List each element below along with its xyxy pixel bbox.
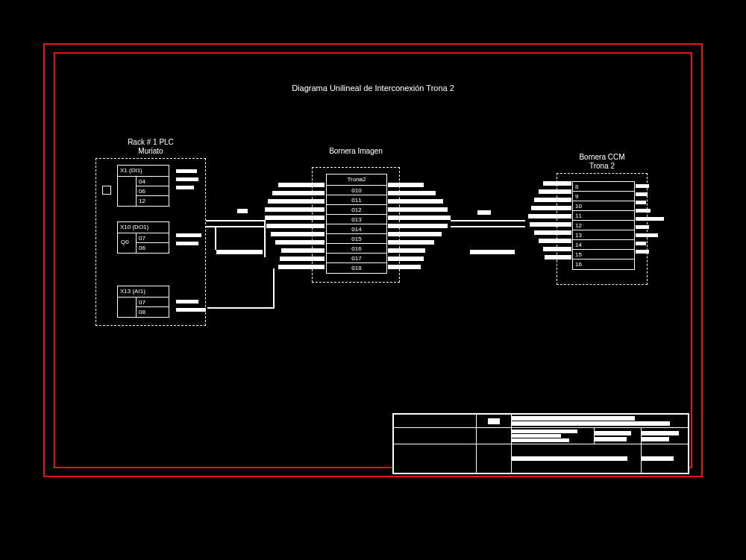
connector-stubs	[176, 169, 198, 194]
tb-cell	[641, 444, 688, 474]
table-cell: 11	[573, 211, 634, 221]
tb-cell	[476, 415, 511, 428]
side-label: Q0	[121, 238, 129, 246]
wire	[264, 220, 266, 257]
table-cell: 9	[573, 192, 634, 201]
tb-cell	[394, 444, 477, 474]
table-x10: X10 (DO1) Q0 07 06	[117, 221, 169, 254]
table-cell: 08	[136, 307, 169, 317]
table-cell: 10	[573, 201, 634, 211]
connector-stack	[388, 183, 455, 273]
table-header: X13 (AI1)	[118, 286, 169, 298]
table-cell: 04	[136, 177, 169, 186]
block-label: Bornera CCM Trona 2	[557, 153, 647, 171]
wire	[470, 250, 515, 254]
tb-cell	[641, 428, 688, 444]
wire	[273, 268, 275, 309]
table-x13: X13 (AI1) 07 08	[117, 286, 169, 318]
table-cell: 12	[573, 221, 634, 230]
wire	[477, 210, 491, 215]
connector-stack	[527, 181, 571, 263]
tb-cell	[511, 428, 594, 444]
table-cell: 06	[136, 186, 169, 196]
table-cell: 14	[573, 240, 634, 250]
table-cell: 16	[573, 259, 634, 269]
tb-cell	[511, 415, 688, 428]
table-header: X1 (DI1)	[118, 166, 169, 177]
connector-stubs	[176, 233, 201, 250]
table-header: Trona2	[327, 174, 386, 186]
table-cell: 8	[573, 182, 634, 192]
table-cell: 014	[327, 224, 386, 234]
block-bornera-imagen: Bornera Imagen Trona2 010 011 012 013 01…	[312, 167, 400, 283]
table-cell: 15	[573, 250, 634, 259]
table-x1: X1 (DI1) 04 06 12	[117, 165, 169, 207]
tb-cell	[476, 444, 511, 474]
wire	[207, 307, 275, 309]
connector-stack	[265, 183, 325, 273]
tb-cell	[476, 428, 511, 444]
table-header: X10 (DO1)	[118, 222, 169, 233]
table-cell: 13	[573, 230, 634, 240]
table-trona2: Trona2 010 011 012 013 014 015 016 017 0…	[326, 174, 387, 274]
title-block	[392, 413, 689, 474]
table-cell: 018	[327, 263, 386, 273]
wire	[206, 220, 266, 221]
wire	[215, 226, 216, 250]
block-label: Rack # 1 PLC Muriato	[96, 138, 205, 156]
tb-cell	[594, 428, 641, 444]
wire	[451, 226, 525, 227]
table-cell: 011	[327, 195, 386, 205]
table-cell: 012	[327, 205, 386, 215]
block-label: Bornera Imagen	[313, 147, 399, 156]
connector-stubs	[636, 184, 664, 258]
table-cell: 016	[327, 244, 386, 254]
connector-stubs	[176, 300, 206, 316]
tb-cell	[394, 415, 477, 428]
diagram-title: Diagrama Unilineal de Interconexión Tron…	[0, 84, 746, 92]
table-cell: Q0 07 06	[118, 233, 169, 253]
tb-cell	[394, 428, 477, 444]
table-cell: 010	[327, 186, 386, 195]
table-cell: 12	[136, 196, 169, 206]
table-cell: 015	[327, 234, 386, 244]
table-cell: 07	[136, 233, 169, 243]
wire	[237, 209, 248, 213]
table-cell: 06	[136, 243, 169, 253]
table-ccm: 8 9 10 11 12 13 14 15 16	[572, 181, 635, 270]
table-cell: 013	[327, 215, 386, 224]
table-cell: 07	[136, 298, 169, 307]
tb-cell	[511, 444, 641, 474]
wire	[451, 220, 525, 221]
wire	[216, 250, 263, 254]
indicator-square	[102, 186, 111, 195]
table-cell: 017	[327, 254, 386, 263]
